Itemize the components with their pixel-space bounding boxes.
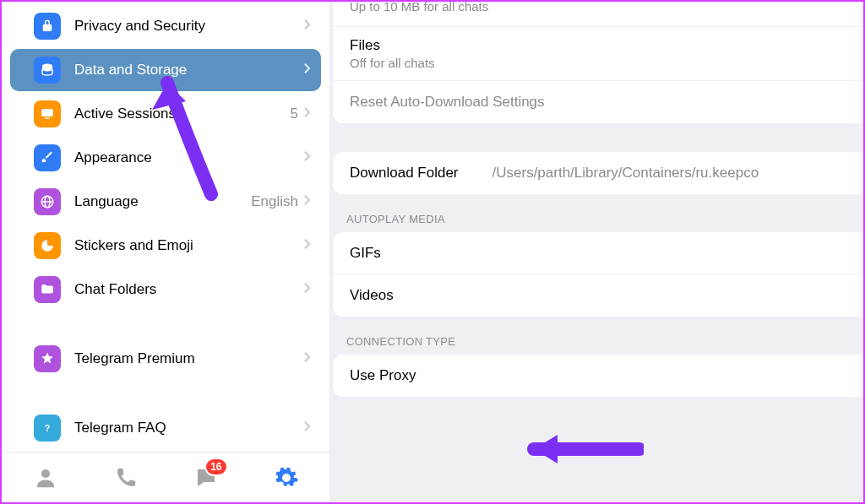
svg-rect-1: [41, 109, 53, 117]
chevron-right-icon: [303, 150, 311, 165]
chevron-right-icon: [303, 19, 311, 34]
section-header-autoplay: AUTOPLAY MEDIA: [329, 194, 863, 232]
row-label: Use Proxy: [350, 367, 416, 384]
row-subtitle: Off for all chats: [350, 56, 435, 70]
sidebar-item-data-storage[interactable]: Data and Storage: [10, 49, 321, 91]
row-label: Download Folder: [350, 165, 459, 182]
person-icon: [33, 465, 58, 490]
row-download-folder[interactable]: Download Folder /Users/parth/Library/Con…: [333, 152, 863, 194]
sidebar-item-active-sessions[interactable]: Active Sessions 5: [10, 93, 321, 135]
sidebar-item-premium[interactable]: Telegram Premium: [10, 338, 321, 380]
brush-icon: [34, 144, 61, 171]
sidebar-item-label: Language: [74, 193, 251, 210]
row-value: /Users/parth/Library/Containers/ru.keepc…: [492, 165, 759, 182]
settings-content: Up to 10 MB for all chats Files Off for …: [329, 2, 863, 502]
globe-icon: [34, 188, 61, 215]
star-icon: [34, 345, 61, 372]
tab-calls[interactable]: [102, 459, 150, 496]
monitor-icon: [34, 100, 61, 127]
row-reset-auto-download[interactable]: Reset Auto-Download Settings: [333, 81, 863, 123]
row-autoplay-gifs[interactable]: GIFs: [333, 232, 863, 274]
row-label: Files: [350, 37, 380, 54]
chevron-right-icon: [303, 351, 311, 366]
svg-rect-2: [45, 118, 50, 120]
sidebar-item-label: Appearance: [74, 149, 303, 166]
chevron-right-icon: [303, 420, 311, 436]
tab-chats[interactable]: 16: [182, 459, 230, 496]
folder-icon: [34, 276, 61, 303]
row-auto-download-files[interactable]: Files Off for all chats: [333, 27, 863, 81]
gear-icon: [274, 465, 299, 490]
row-label: Videos: [350, 287, 394, 304]
sidebar-item-label: Stickers and Emoji: [74, 237, 303, 254]
settings-sidebar: Privacy and Security Data and Storage Ac…: [2, 2, 329, 502]
row-label: Reset Auto-Download Settings: [350, 94, 545, 111]
tab-settings[interactable]: [263, 459, 310, 496]
sidebar-item-language[interactable]: Language English: [10, 181, 321, 223]
chevron-right-icon: [303, 62, 311, 78]
row-subtitle: Up to 10 MB for all chats: [350, 2, 488, 14]
sidebar-item-label: Privacy and Security: [74, 18, 303, 35]
chevron-right-icon: [303, 194, 311, 209]
sidebar-item-value: 5: [291, 106, 298, 122]
sticker-icon: [34, 232, 61, 259]
question-icon: ?: [34, 415, 61, 442]
sidebar-item-stickers[interactable]: Stickers and Emoji: [10, 225, 321, 267]
phone-icon: [113, 465, 139, 490]
sidebar-item-label: Chat Folders: [74, 281, 303, 298]
row-use-proxy[interactable]: Use Proxy: [333, 355, 863, 397]
svg-point-8: [41, 469, 50, 478]
bottom-tabbar: 16: [2, 452, 329, 502]
sidebar-item-value: English: [251, 193, 298, 210]
chevron-right-icon: [303, 106, 311, 122]
database-icon: [34, 57, 61, 84]
lock-icon: [34, 13, 61, 40]
tab-contacts[interactable]: [22, 459, 69, 496]
chevron-right-icon: [303, 282, 311, 297]
chat-badge: 16: [204, 458, 227, 476]
sidebar-item-appearance[interactable]: Appearance: [10, 137, 321, 179]
row-autoplay-videos[interactable]: Videos: [333, 274, 863, 317]
chevron-right-icon: [303, 238, 311, 253]
sidebar-item-faq[interactable]: ? Telegram FAQ: [10, 407, 321, 449]
section-header-connection: CONNECTION TYPE: [329, 317, 863, 355]
sidebar-item-label: Data and Storage: [74, 62, 303, 79]
row-label: GIFs: [350, 245, 381, 262]
sidebar-item-label: Telegram Premium: [74, 350, 303, 367]
sidebar-item-privacy[interactable]: Privacy and Security: [10, 5, 321, 47]
sidebar-item-label: Active Sessions: [74, 106, 291, 122]
sidebar-item-label: Telegram FAQ: [74, 420, 303, 436]
row-auto-download-photos[interactable]: Up to 10 MB for all chats: [333, 2, 863, 27]
svg-text:?: ?: [45, 423, 50, 433]
sidebar-item-chat-folders[interactable]: Chat Folders: [10, 268, 321, 311]
